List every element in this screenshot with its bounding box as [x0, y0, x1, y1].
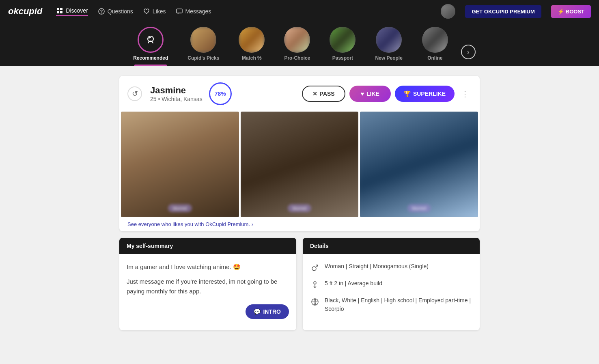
pro-choice-label: Pro-Choice — [284, 55, 310, 61]
svg-point-5 — [101, 13, 101, 13]
detail-background-text: Black, White | English | High school | E… — [325, 296, 472, 313]
discover-next-button[interactable]: › — [461, 45, 476, 59]
gender-icon — [310, 263, 320, 273]
svg-rect-1 — [60, 8, 62, 10]
profile-age-location: 25 • Wichita, Kansas — [150, 96, 203, 102]
details-card: Details Woman | Straight | Monogamous (S… — [303, 238, 480, 330]
user-avatar-area — [441, 4, 455, 19]
photo-tag-1: blurred — [168, 204, 192, 212]
discover-bar: Recommended Cupid's Picks Match % Pro-Ch… — [0, 23, 599, 66]
self-summary-header: My self-summary — [119, 238, 296, 254]
self-summary-text1: Im a gamer and I love watching anime. 🤩 — [127, 262, 289, 272]
discover-recommended[interactable]: Recommended — [123, 27, 178, 66]
cupids-picks-thumb — [190, 27, 216, 53]
svg-rect-2 — [57, 11, 59, 13]
question-icon — [98, 8, 105, 15]
nav-discover[interactable]: Discover — [56, 7, 88, 16]
back-button[interactable]: ↺ — [127, 86, 142, 101]
superlike-button[interactable]: 🏆 SUPERLIKE — [395, 86, 455, 102]
detail-row-height: 5 ft 2 in | Average build — [310, 279, 472, 290]
nav-likes-label: Likes — [153, 8, 166, 15]
discover-pro-choice[interactable]: Pro-Choice — [274, 27, 320, 66]
message-icon — [176, 8, 183, 15]
svg-point-9 — [314, 282, 316, 284]
svg-rect-6 — [177, 9, 182, 13]
intro-button[interactable]: 💬 INTRO — [246, 304, 289, 319]
pass-button[interactable]: ✕ PASS — [302, 86, 345, 102]
boost-button[interactable]: ⚡ BOOST — [551, 5, 591, 18]
passport-thumb — [330, 27, 356, 53]
user-avatar[interactable] — [441, 4, 455, 19]
x-icon: ✕ — [312, 90, 317, 97]
discover-online[interactable]: Online — [412, 27, 458, 66]
intro-area: 💬 INTRO — [127, 301, 289, 322]
more-options-button[interactable]: ⋮ — [459, 87, 472, 100]
new-people-thumb — [376, 27, 402, 53]
premium-prompt[interactable]: See everyone who likes you with OkCupid … — [119, 217, 480, 231]
lightning-icon: ⚡ — [558, 9, 564, 15]
svg-point-8 — [312, 267, 316, 271]
photo-tag-2: blurred — [288, 204, 311, 212]
brand-logo[interactable]: okcupid — [8, 6, 42, 17]
profile-sections: My self-summary Im a gamer and I love wa… — [119, 238, 480, 330]
self-summary-text2: Just message me if you're interested, im… — [127, 277, 289, 296]
nav-likes[interactable]: Likes — [143, 8, 166, 15]
details-body: Woman | Straight | Monogamous (Single) 5… — [303, 254, 480, 328]
nav-messages[interactable]: Messages — [176, 8, 211, 15]
globe-icon — [310, 297, 320, 307]
photo-tag-3: blurred — [407, 204, 431, 212]
recommended-label: Recommended — [133, 55, 168, 61]
online-label: Online — [427, 55, 442, 61]
svg-rect-0 — [57, 8, 59, 10]
nav-questions-label: Questions — [108, 8, 133, 15]
new-people-label: New People — [375, 55, 402, 61]
action-buttons: ✕ PASS ♥ LIKE 🏆 SUPERLIKE ⋮ — [302, 86, 472, 102]
self-summary-card: My self-summary Im a gamer and I love wa… — [119, 238, 296, 330]
details-header: Details — [303, 238, 480, 254]
nav-questions[interactable]: Questions — [98, 8, 133, 15]
message-intro-icon: 💬 — [254, 308, 261, 315]
online-thumb — [422, 27, 448, 53]
navigation: okcupid Discover Questions Likes Message… — [0, 0, 599, 23]
nav-discover-label: Discover — [66, 7, 88, 14]
profile-photo-3[interactable]: blurred — [360, 112, 478, 217]
premium-button[interactable]: GET OKCUPID PREMIUM — [465, 5, 541, 18]
nav-messages-label: Messages — [185, 8, 211, 15]
discover-match[interactable]: Match % — [229, 27, 274, 66]
superlike-icon: 🏆 — [404, 90, 411, 97]
height-icon — [310, 280, 320, 290]
heart-icon — [143, 8, 150, 15]
passport-label: Passport — [332, 55, 353, 61]
detail-row-background: Black, White | English | High school | E… — [310, 296, 472, 313]
profile-header: ↺ Jasmine 25 • Wichita, Kansas 78% ✕ PAS… — [119, 76, 480, 112]
detail-gender-text: Woman | Straight | Monogamous (Single) — [325, 262, 429, 271]
match-label: Match % — [242, 55, 262, 61]
self-summary-body: Im a gamer and I love watching anime. 🤩 … — [119, 254, 296, 330]
main-content: ↺ Jasmine 25 • Wichita, Kansas 78% ✕ PAS… — [113, 76, 486, 330]
discover-new-people[interactable]: New People — [365, 27, 412, 66]
recommended-icon-thumb — [138, 27, 164, 53]
discover-passport[interactable]: Passport — [320, 27, 365, 66]
discover-cupids-picks[interactable]: Cupid's Picks — [178, 27, 229, 66]
profile-card: ↺ Jasmine 25 • Wichita, Kansas 78% ✕ PAS… — [119, 76, 480, 231]
grid-icon — [56, 7, 63, 14]
pro-choice-thumb — [284, 27, 310, 53]
cupids-picks-label: Cupid's Picks — [187, 55, 219, 61]
match-percent-circle: 78% — [209, 82, 232, 105]
profile-photos: blurred blurred blurred — [119, 112, 480, 217]
profile-info: Jasmine 25 • Wichita, Kansas — [150, 85, 203, 102]
heart-like-icon: ♥ — [361, 90, 364, 97]
detail-row-gender: Woman | Straight | Monogamous (Single) — [310, 262, 472, 273]
svg-rect-3 — [60, 11, 62, 13]
profile-photo-2[interactable]: blurred — [241, 112, 359, 217]
profile-photo-1[interactable]: blurred — [121, 112, 239, 217]
match-thumb — [239, 27, 265, 53]
detail-height-text: 5 ft 2 in | Average build — [325, 279, 382, 288]
like-button[interactable]: ♥ LIKE — [349, 86, 391, 102]
profile-name: Jasmine — [150, 85, 203, 96]
